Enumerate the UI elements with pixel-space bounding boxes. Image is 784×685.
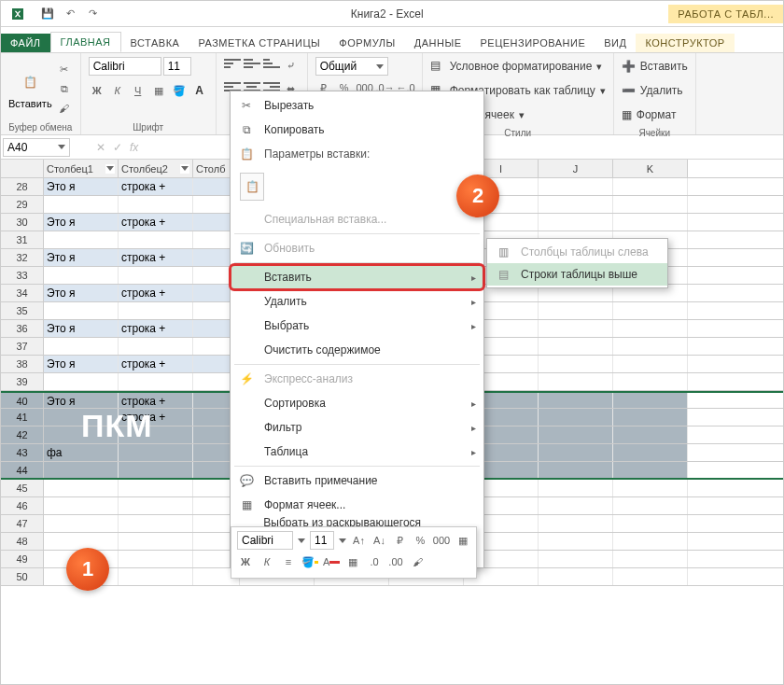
cell[interactable] xyxy=(44,480,119,496)
ctx-select[interactable]: Выбрать xyxy=(231,314,483,338)
row-header[interactable]: 32 xyxy=(1,249,44,266)
copy-icon[interactable]: ⧉ xyxy=(56,80,73,97)
cell[interactable]: строка + xyxy=(119,285,193,301)
ctx-copy[interactable]: ⧉Копировать xyxy=(231,118,483,142)
row-header[interactable]: 45 xyxy=(1,480,44,496)
cell[interactable] xyxy=(539,196,613,213)
cell[interactable] xyxy=(613,497,688,514)
mini-dec-dec-icon[interactable]: .00 xyxy=(387,553,404,570)
row-header[interactable]: 41 xyxy=(1,409,44,426)
cell[interactable] xyxy=(539,568,613,585)
cell[interactable] xyxy=(613,214,688,231)
cell[interactable] xyxy=(119,373,193,390)
mini-borders-icon[interactable]: ▦ xyxy=(344,553,361,570)
cell[interactable]: строка + xyxy=(119,320,193,337)
cell[interactable] xyxy=(119,551,193,567)
tab-insert[interactable]: ВСТАВКА xyxy=(121,34,189,52)
cell[interactable] xyxy=(539,533,613,550)
mini-percent-icon[interactable]: % xyxy=(413,532,428,549)
cell[interactable] xyxy=(119,196,193,213)
cell[interactable]: строка + xyxy=(119,249,193,266)
mini-border-icon[interactable]: ▦ xyxy=(455,532,470,549)
cell[interactable]: Это я xyxy=(44,393,119,408)
cell[interactable] xyxy=(539,302,613,319)
cell[interactable] xyxy=(539,515,613,532)
cell[interactable] xyxy=(119,302,193,319)
ctx-format-cells[interactable]: ▦Формат ячеек... xyxy=(231,493,483,517)
cells-delete-button[interactable]: ➖Удалить xyxy=(622,81,688,100)
format-painter-icon[interactable]: 🖌 xyxy=(56,100,73,117)
tab-review[interactable]: РЕЦЕНЗИРОВАНИЕ xyxy=(470,34,595,52)
cell[interactable]: строка + xyxy=(119,356,193,372)
cell[interactable] xyxy=(119,568,193,585)
mini-format-painter-icon[interactable]: 🖌 xyxy=(409,553,426,570)
cell[interactable] xyxy=(613,533,688,550)
column-header-2[interactable]: Столбец2 xyxy=(119,160,193,177)
cell[interactable]: строка + xyxy=(119,409,193,426)
cell[interactable]: Это я xyxy=(44,214,119,231)
cell[interactable] xyxy=(539,338,613,355)
row-header[interactable]: 28 xyxy=(1,178,44,195)
cell[interactable] xyxy=(613,320,688,337)
ctx-insert-comment[interactable]: 💬Вставить примечание xyxy=(231,468,483,493)
cell[interactable] xyxy=(613,393,688,408)
mini-italic[interactable]: К xyxy=(259,553,275,570)
mini-font-color-icon[interactable]: A xyxy=(323,553,340,570)
cell[interactable]: фа xyxy=(44,444,119,461)
row-header[interactable]: 48 xyxy=(1,533,44,550)
row-header[interactable]: 50 xyxy=(1,568,44,585)
row-header[interactable]: 46 xyxy=(1,497,44,514)
cell[interactable] xyxy=(44,302,119,319)
font-size-input[interactable] xyxy=(163,57,191,76)
row-header[interactable]: 29 xyxy=(1,196,44,213)
row-header[interactable]: 34 xyxy=(1,285,44,301)
cell[interactable] xyxy=(119,533,193,550)
cell[interactable] xyxy=(539,409,613,426)
cell[interactable]: Это я xyxy=(44,356,119,372)
confirm-formula-icon[interactable]: ✓ xyxy=(113,141,122,154)
mini-comma-icon[interactable]: 000 xyxy=(433,532,450,549)
row-header[interactable]: 36 xyxy=(1,320,44,337)
cell[interactable] xyxy=(44,409,119,426)
name-box[interactable]: A40 xyxy=(3,138,70,157)
ctx-filter[interactable]: Фильтр xyxy=(231,415,483,440)
cell[interactable] xyxy=(119,267,193,284)
wrap-text-icon[interactable]: ⤶ xyxy=(283,57,300,74)
cell[interactable] xyxy=(613,196,688,213)
tab-page-layout[interactable]: РАЗМЕТКА СТРАНИЦЫ xyxy=(189,34,329,52)
cell[interactable] xyxy=(539,393,613,408)
tab-home[interactable]: ГЛАВНАЯ xyxy=(50,32,121,52)
row-header[interactable]: 39 xyxy=(1,373,44,390)
row-header[interactable]: 49 xyxy=(1,551,44,567)
row-header[interactable]: 43 xyxy=(1,444,44,461)
save-icon[interactable]: 💾 xyxy=(40,7,55,21)
underline-button[interactable]: Ч xyxy=(130,82,147,99)
cell[interactable] xyxy=(44,426,119,443)
cut-icon[interactable]: ✂ xyxy=(56,61,73,77)
cell[interactable] xyxy=(119,497,193,514)
cell[interactable] xyxy=(613,551,688,567)
row-header[interactable]: 47 xyxy=(1,515,44,532)
mini-font-size[interactable] xyxy=(310,531,334,550)
ctx-clear[interactable]: Очистить содержимое xyxy=(231,338,483,362)
mini-align-icon[interactable]: ≡ xyxy=(280,553,297,570)
cell[interactable]: Это я xyxy=(44,285,119,301)
cell[interactable] xyxy=(44,462,119,478)
cell[interactable] xyxy=(613,409,688,426)
row-header[interactable]: 42 xyxy=(1,426,44,443)
conditional-formatting-button[interactable]: ▤Условное форматирование ▾ xyxy=(430,57,606,76)
border-icon[interactable]: ▦ xyxy=(150,82,167,99)
cell[interactable] xyxy=(613,178,688,195)
ctx-insert[interactable]: Вставить xyxy=(231,265,483,289)
column-header[interactable]: J xyxy=(539,160,613,177)
row-header[interactable]: 31 xyxy=(1,231,44,248)
cell[interactable] xyxy=(539,551,613,567)
cancel-formula-icon[interactable]: ✕ xyxy=(96,141,105,154)
cells-insert-button[interactable]: ➕Вставить xyxy=(622,57,688,76)
sub-rows-above[interactable]: ▤Строки таблицы выше xyxy=(487,263,667,286)
ctx-cut[interactable]: ✂Вырезать xyxy=(231,93,483,118)
number-format-select[interactable]: Общий xyxy=(315,57,388,76)
mini-currency-icon[interactable]: ₽ xyxy=(392,532,408,549)
cells-format-button[interactable]: ▦Формат xyxy=(622,105,688,124)
cell[interactable] xyxy=(613,426,688,443)
